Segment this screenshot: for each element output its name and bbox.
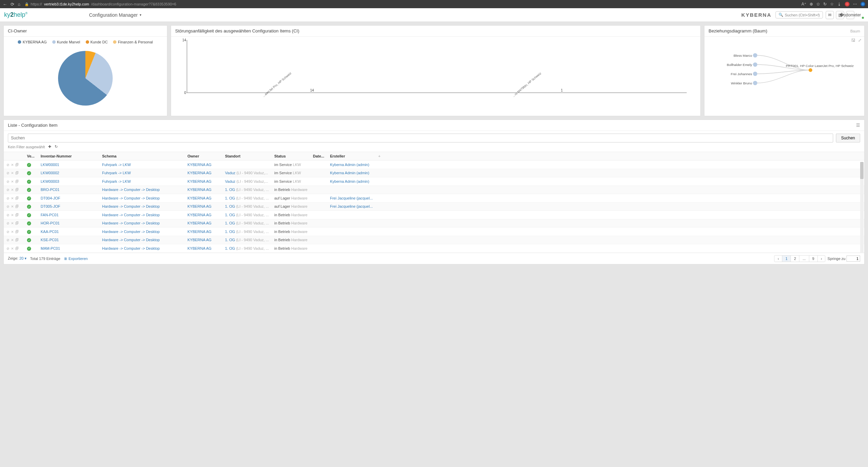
col-actions[interactable]	[4, 152, 24, 161]
col-date[interactable]: Date...	[310, 152, 327, 161]
col-status[interactable]: Status	[271, 152, 310, 161]
row-actions[interactable]: ⊘ ✕ 🗐	[6, 196, 19, 200]
col-valid[interactable]: Ve...	[24, 152, 38, 161]
owner-link[interactable]: KYBERNA AG	[187, 171, 211, 175]
owner-link[interactable]: KYBERNA AG	[187, 179, 211, 183]
zoom-icon[interactable]: ⊕	[810, 2, 813, 6]
global-search[interactable]: 🔍 Suchen (Ctrl+Shift+f)	[775, 11, 823, 18]
schema-link[interactable]: Hardware -> Computer -> Desktop	[102, 213, 160, 217]
bar-chart[interactable]: 14 0 14...aserJet Pro, HP Schweiz1...ro …	[174, 40, 697, 108]
add-filter-icon[interactable]: ✚	[48, 145, 51, 149]
profile1-icon[interactable]	[845, 2, 850, 6]
schema-link[interactable]: Hardware -> Computer -> Desktop	[102, 204, 160, 208]
bookmark-icon[interactable]: ☆	[830, 2, 834, 6]
owner-link[interactable]: KYBERNA AG	[187, 163, 211, 167]
table-row[interactable]: ⊘ ✕ 🗐 ✓ BRO-PC01 Hardware -> Computer ->…	[4, 186, 864, 194]
target-node[interactable]	[809, 68, 812, 72]
standort-link[interactable]: 1. OG	[225, 230, 235, 234]
user-avatar[interactable]	[856, 11, 864, 19]
owner-link[interactable]: KYBERNA AG	[187, 213, 211, 217]
jump-input[interactable]	[846, 256, 860, 262]
standort-link[interactable]: Vaduz	[225, 179, 235, 183]
owner-link[interactable]: KYBERNA AG	[187, 238, 211, 242]
schema-link[interactable]: Fuhrpark -> LKW	[102, 179, 131, 183]
panel-menu-icon[interactable]: ☰	[856, 123, 860, 128]
row-actions[interactable]: ⊘ ✕ 🗐	[6, 247, 19, 250]
inventar-link[interactable]: DT005-JOF	[41, 204, 60, 208]
row-actions[interactable]: ⊘ ✕ 🗐	[6, 213, 19, 217]
url-host[interactable]: vertrieb3.t1de.ky2help.com	[44, 2, 89, 6]
person-node[interactable]	[753, 81, 757, 85]
row-actions[interactable]: ⊘ ✕ 🗐	[6, 205, 19, 208]
inventar-link[interactable]: LKW00001	[41, 163, 59, 167]
standort-link[interactable]: 1. OG	[225, 204, 235, 208]
refresh-filter-icon[interactable]: ↻	[55, 145, 58, 149]
table-row[interactable]: ⊘ ✕ 🗐 ✓ DT005-JOF Hardware -> Computer -…	[4, 202, 864, 211]
schema-link[interactable]: Hardware -> Computer -> Desktop	[102, 196, 160, 200]
page-size-select[interactable]: 20 ▾	[19, 256, 27, 260]
pie-chart[interactable]	[58, 51, 113, 106]
ersteller-link[interactable]: Kyberna Admin (admin)	[330, 171, 369, 175]
col-schema[interactable]: Schema	[99, 152, 185, 161]
schema-link[interactable]: Fuhrpark -> LKW	[102, 171, 131, 175]
table-row[interactable]: ⊘ ✕ 🗐 ✓ KAA-PC01 Hardware -> Computer ->…	[4, 228, 864, 236]
favorite-icon[interactable]: ✩	[816, 2, 820, 6]
row-actions[interactable]: ⊘ ✕ 🗐	[6, 171, 19, 175]
inventar-link[interactable]: LKW00002	[41, 171, 59, 175]
owner-link[interactable]: KYBERNA AG	[187, 221, 211, 225]
ersteller-link[interactable]: Kyberna Admin (admin)	[330, 179, 369, 183]
ersteller-link[interactable]: Kyberna Admin (admin)	[330, 163, 369, 167]
table-row[interactable]: ⊘ ✕ 🗐 ✓ LKW00001 Fuhrpark -> LKW KYBERNA…	[4, 161, 864, 169]
inventar-link[interactable]: BRO-PC01	[41, 188, 59, 192]
row-actions[interactable]: ⊘ ✕ 🗐	[6, 230, 19, 234]
bar-column[interactable]: 14...aserJet Pro, HP Schweiz	[187, 88, 437, 93]
relationship-diagram[interactable]: Bless MarcoBollhalder EmelyFrei Johannes…	[708, 40, 861, 101]
standort-link[interactable]: 1. OG	[225, 246, 235, 250]
table-row[interactable]: ⊘ ✕ 🗐 ✓ KSE-PC01 Hardware -> Computer ->…	[4, 236, 864, 244]
bar-column[interactable]: 1...ro M479fdn, HP Schweiz	[437, 88, 687, 93]
owner-link[interactable]: KYBERNA AG	[187, 230, 211, 234]
col-ersteller[interactable]: Ersteller	[327, 152, 375, 161]
mail-icon[interactable]: ✉	[826, 11, 834, 19]
table-scrollbar[interactable]	[860, 162, 864, 253]
row-actions[interactable]: ⊘ ✕ 🗐	[6, 238, 19, 242]
text-size-icon[interactable]: A⁺	[801, 2, 806, 6]
page-9[interactable]: 9	[809, 256, 818, 262]
person-node[interactable]	[753, 72, 757, 76]
legend-item[interactable]: Kunde DC	[86, 40, 108, 44]
inventar-link[interactable]: MAM-PC01	[41, 246, 60, 250]
table-row[interactable]: ⊘ ✕ 🗐 ✓ LKW00002 Fuhrpark -> LKW KYBERNA…	[4, 169, 864, 177]
standort-link[interactable]: 1. OG	[225, 238, 235, 242]
more-icon[interactable]: ⋯	[853, 2, 857, 6]
schema-link[interactable]: Hardware -> Computer -> Desktop	[102, 246, 160, 250]
export-button[interactable]: 🗎 Exportieren	[64, 257, 88, 261]
legend-item[interactable]: Finanzen & Personal	[113, 40, 153, 44]
page-...[interactable]: ...	[799, 256, 809, 262]
row-actions[interactable]: ⊘ ✕ 🗐	[6, 163, 19, 167]
table-row[interactable]: ⊘ ✕ 🗐 ✓ HOR-PC01 Hardware -> Computer ->…	[4, 219, 864, 228]
list-search-input[interactable]	[8, 134, 833, 142]
standort-link[interactable]: 1. OG	[225, 196, 235, 200]
bing-icon[interactable]	[860, 2, 865, 6]
ersteller-link[interactable]: Frei Jacqueline (jacquel...	[330, 196, 373, 200]
ersteller-link[interactable]: Frei Jacqueline (jacquel...	[330, 204, 373, 208]
table-row[interactable]: ⊘ ✕ 🗐 ✓ FAN-PC01 Hardware -> Computer ->…	[4, 211, 864, 219]
save-diagram-icon[interactable]: 🖫	[851, 38, 855, 43]
standort-link[interactable]: 1. OG	[225, 213, 235, 217]
inventar-link[interactable]: DT004-JOF	[41, 196, 60, 200]
schema-link[interactable]: Fuhrpark -> LKW	[102, 163, 131, 167]
list-search-button[interactable]: Suchen	[836, 134, 860, 142]
legend-item[interactable]: Kunde Marvel	[52, 40, 80, 44]
back-icon[interactable]: ←	[3, 2, 7, 7]
scrollbar-thumb[interactable]	[860, 162, 864, 179]
download-icon[interactable]: ⭳	[837, 2, 841, 6]
inventar-link[interactable]: HOR-PC01	[41, 221, 60, 225]
person-node[interactable]	[753, 63, 757, 67]
col-add-column[interactable]: +	[376, 152, 864, 161]
standort-link[interactable]: 1. OG	[225, 221, 235, 225]
col-inventar[interactable]: Inventar-Nummer	[38, 152, 99, 161]
inventar-link[interactable]: KSE-PC01	[41, 238, 59, 242]
diagram-mode[interactable]: Baum	[850, 29, 860, 33]
schema-link[interactable]: Hardware -> Computer -> Desktop	[102, 188, 160, 192]
standort-link[interactable]: 1. OG	[225, 188, 235, 192]
